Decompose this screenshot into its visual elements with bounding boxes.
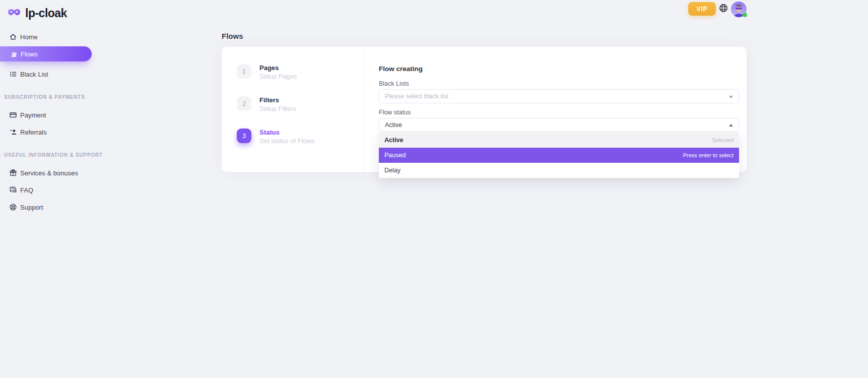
option-label: Active (384, 137, 404, 144)
step-subtitle: Set status of Flows (259, 138, 315, 145)
sidebar-item-black-list[interactable]: Black List (0, 67, 101, 82)
option-label: Paused (384, 152, 406, 159)
sidebar-nav: Home Flows (0, 29, 101, 215)
stack-icon (10, 50, 18, 58)
option-hint: Press enter to select (683, 152, 733, 158)
sidebar-item-referrals[interactable]: Referrals (0, 124, 101, 140)
step-title: Filters (259, 97, 296, 104)
step-pages[interactable]: 1 Pages Setup Pages (237, 64, 364, 80)
sidebar-item-flows[interactable]: Flows (0, 46, 92, 61)
sidebar-item-faq[interactable]: ?! FAQ (0, 182, 101, 198)
sidebar-section-subscription: SUBSCRIPTION & PAYMENTS (0, 94, 87, 100)
sidebar-item-label: FAQ (20, 186, 33, 194)
sidebar-item-label: Flows (21, 50, 38, 58)
home-icon (9, 33, 17, 41)
step-title: Status (259, 129, 315, 136)
flow-status-value: Active (385, 121, 402, 129)
black-lists-select[interactable]: Please select black list (379, 89, 739, 103)
sidebar-item-label: Payment (20, 111, 46, 119)
sidebar-section-support: USEFUL INFORMATION & SUPPORT (0, 152, 87, 158)
vip-button[interactable]: VIP (688, 2, 716, 16)
chevron-up-icon (729, 122, 733, 127)
app-logo[interactable]: lp-cloak (8, 5, 101, 21)
option-active[interactable]: Active Selected (379, 133, 739, 148)
panel-title: Flow creating (379, 66, 739, 73)
sidebar-item-label: Support (20, 204, 43, 211)
person-star-icon (9, 128, 17, 136)
sidebar: lp-cloak Home Flows (0, 0, 101, 217)
mask-logo-icon (8, 8, 21, 19)
sidebar-item-payment[interactable]: Payment (0, 107, 101, 122)
step-title: Pages (259, 65, 297, 72)
step-number-badge: 2 (237, 96, 251, 111)
user-avatar[interactable] (731, 2, 747, 17)
list-icon (9, 70, 17, 78)
black-lists-placeholder: Please select black list (385, 93, 448, 100)
flow-status-dropdown: Active Selected Paused Press enter to se… (379, 133, 739, 178)
sidebar-item-support[interactable]: Support (0, 200, 101, 215)
option-hint: Selected (712, 137, 733, 143)
flow-wizard-card: 1 Pages Setup Pages 2 Filters Setup Filt… (222, 47, 747, 172)
step-subtitle: Setup Pages (259, 73, 297, 80)
svg-text:?!: ?! (11, 187, 14, 191)
sidebar-item-label: Referrals (20, 129, 47, 136)
option-delay[interactable]: Delay (379, 163, 739, 178)
option-paused[interactable]: Paused Press enter to select (379, 148, 739, 163)
faq-chat-icon: ?! (9, 186, 17, 194)
language-globe-icon[interactable] (719, 4, 728, 13)
flow-creating-panel: Flow creating Black Lists Please select … (364, 47, 747, 172)
online-status-dot (743, 13, 747, 17)
gift-icon (9, 169, 17, 177)
black-lists-label: Black Lists (379, 80, 739, 87)
flow-status-label: Flow status (379, 109, 739, 116)
sidebar-item-home[interactable]: Home (0, 29, 101, 44)
sidebar-item-label: Services & bonuses (20, 169, 78, 177)
chevron-down-icon (729, 96, 733, 100)
page-title: Flows (222, 32, 243, 40)
step-status[interactable]: 3 Status Set status of Flows (237, 129, 364, 145)
step-number-badge: 3 (237, 129, 251, 143)
option-label: Delay (384, 167, 400, 174)
wizard-steps: 1 Pages Setup Pages 2 Filters Setup Filt… (222, 47, 364, 172)
app-name: lp-cloak (25, 7, 67, 20)
lifebuoy-icon (9, 203, 17, 211)
sidebar-item-services-bonuses[interactable]: Services & bonuses (0, 165, 101, 180)
step-number-badge: 1 (237, 64, 251, 79)
step-subtitle: Setup Filters (259, 105, 296, 112)
step-filters[interactable]: 2 Filters Setup Filters (237, 96, 364, 112)
flow-status-select[interactable]: Active (379, 118, 739, 132)
app-screen: lp-cloak Home Flows (0, 0, 868, 378)
credit-card-icon (9, 111, 17, 119)
sidebar-item-label: Black List (20, 71, 48, 78)
sidebar-item-label: Home (20, 33, 38, 41)
